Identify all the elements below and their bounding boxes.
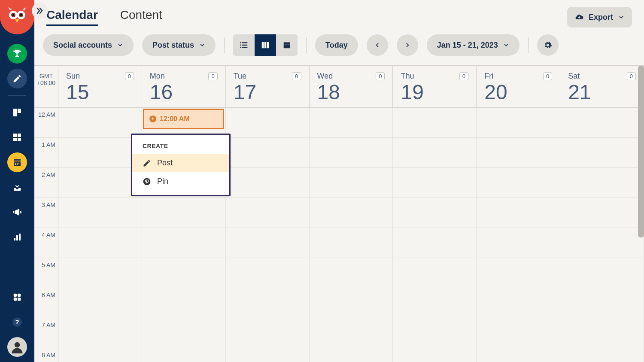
calendar-cell[interactable] bbox=[477, 348, 560, 362]
calendar-cell[interactable] bbox=[310, 228, 393, 258]
calendar-cell[interactable] bbox=[142, 288, 226, 318]
calendar-cell[interactable] bbox=[310, 108, 393, 137]
calendar-cell[interactable] bbox=[477, 228, 560, 258]
sidebar-item-advertise[interactable] bbox=[7, 202, 27, 222]
sidebar-item-planner[interactable] bbox=[7, 152, 27, 172]
calendar-cell[interactable] bbox=[58, 258, 142, 288]
calendar-cell[interactable] bbox=[393, 168, 477, 198]
calendar-cell[interactable] bbox=[58, 198, 142, 228]
calendar-cell[interactable] bbox=[142, 198, 226, 228]
calendar-cell[interactable] bbox=[560, 108, 644, 137]
calendar-cell[interactable] bbox=[393, 318, 477, 348]
calendar-cell[interactable] bbox=[58, 168, 142, 198]
sidebar-item-dashboard[interactable] bbox=[7, 128, 27, 147]
calendar-cell[interactable] bbox=[58, 348, 142, 362]
calendar-cell[interactable] bbox=[393, 138, 477, 167]
sidebar-item-apps[interactable] bbox=[7, 287, 27, 307]
new-post-slot[interactable]: + 12:00 AM bbox=[143, 109, 224, 129]
calendar-cell[interactable] bbox=[226, 108, 310, 137]
tab-calendar[interactable]: Calendar bbox=[46, 8, 98, 26]
social-accounts-label: Social accounts bbox=[53, 41, 112, 50]
view-week-button[interactable] bbox=[255, 34, 276, 56]
calendar-cell[interactable] bbox=[58, 318, 142, 348]
calendar-cell[interactable] bbox=[226, 348, 310, 362]
calendar-cell[interactable] bbox=[58, 108, 142, 137]
calendar-cell[interactable] bbox=[142, 318, 226, 348]
calendar-cell[interactable] bbox=[393, 108, 477, 137]
calendar-cell[interactable] bbox=[560, 138, 644, 167]
calendar-cell[interactable] bbox=[310, 318, 393, 348]
logo[interactable] bbox=[0, 0, 34, 34]
calendar-cell[interactable] bbox=[393, 348, 477, 362]
calendar-cell[interactable] bbox=[142, 258, 226, 288]
sidebar-item-analytics[interactable] bbox=[7, 227, 27, 247]
sidebar-item-profile[interactable] bbox=[7, 337, 27, 357]
create-post-option[interactable]: Post bbox=[132, 154, 229, 172]
calendar-cell[interactable] bbox=[142, 348, 226, 362]
calendar-cell[interactable] bbox=[310, 138, 393, 167]
day-header-tue[interactable]: Tue0 17 bbox=[226, 66, 310, 107]
sidebar-item-streams[interactable] bbox=[7, 103, 27, 122]
calendar-cell[interactable] bbox=[477, 108, 560, 137]
scrollbar[interactable] bbox=[638, 66, 644, 237]
calendar-cell[interactable] bbox=[560, 318, 644, 348]
view-list-button[interactable] bbox=[233, 34, 255, 56]
calendar-cell[interactable] bbox=[560, 228, 644, 258]
calendar-cell[interactable] bbox=[58, 228, 142, 258]
calendar-cell[interactable] bbox=[477, 258, 560, 288]
calendar-cell[interactable] bbox=[560, 168, 644, 198]
day-header-wed[interactable]: Wed0 18 bbox=[310, 66, 393, 107]
calendar-cell[interactable] bbox=[560, 198, 644, 228]
calendar-cell[interactable] bbox=[560, 288, 644, 318]
day-header-mon[interactable]: Mon0 16 bbox=[142, 66, 226, 107]
calendar-cell[interactable] bbox=[393, 288, 477, 318]
calendar-cell[interactable] bbox=[226, 288, 310, 318]
calendar-cell[interactable] bbox=[310, 288, 393, 318]
day-header-sat[interactable]: Sat0 21 bbox=[560, 66, 644, 107]
view-month-button[interactable] bbox=[276, 34, 298, 56]
social-accounts-filter[interactable]: Social accounts bbox=[43, 34, 134, 56]
calendar-cell[interactable] bbox=[310, 348, 393, 362]
post-status-filter[interactable]: Post status bbox=[142, 34, 216, 56]
settings-button[interactable] bbox=[537, 34, 559, 56]
hour-row: 12 AM bbox=[34, 108, 644, 138]
date-range-picker[interactable]: Jan 15 - 21, 2023 bbox=[427, 34, 519, 56]
expand-sidebar-button[interactable] bbox=[32, 3, 48, 19]
day-header-thu[interactable]: Thu0 19 bbox=[393, 66, 477, 107]
calendar-cell[interactable] bbox=[58, 288, 142, 318]
calendar-cell[interactable] bbox=[393, 198, 477, 228]
day-header-sun[interactable]: Sun0 15 bbox=[58, 66, 142, 107]
calendar-cell[interactable] bbox=[560, 348, 644, 362]
calendar-body[interactable]: 12 AM1 AM2 AM3 AM4 AM5 AM6 AM7 AM8 AM bbox=[34, 108, 644, 362]
calendar-cell[interactable] bbox=[310, 198, 393, 228]
calendar-cell[interactable] bbox=[226, 168, 310, 198]
calendar-cell[interactable] bbox=[226, 138, 310, 167]
calendar-cell[interactable] bbox=[142, 228, 226, 258]
sidebar-item-compose[interactable] bbox=[7, 69, 27, 88]
sidebar-item-help[interactable]: ? bbox=[7, 312, 27, 332]
calendar-cell[interactable] bbox=[560, 258, 644, 288]
calendar-cell[interactable] bbox=[477, 138, 560, 167]
calendar-cell[interactable] bbox=[477, 288, 560, 318]
prev-button[interactable] bbox=[367, 34, 388, 56]
calendar-cell[interactable] bbox=[226, 318, 310, 348]
calendar-cell[interactable] bbox=[393, 258, 477, 288]
calendar-cell[interactable] bbox=[477, 168, 560, 198]
calendar-cell[interactable] bbox=[477, 318, 560, 348]
today-button[interactable]: Today bbox=[315, 34, 358, 56]
tab-content[interactable]: Content bbox=[120, 8, 162, 22]
create-pin-option[interactable]: Pin bbox=[132, 172, 229, 191]
calendar-cell[interactable] bbox=[226, 198, 310, 228]
calendar-cell[interactable] bbox=[226, 228, 310, 258]
calendar-cell[interactable] bbox=[58, 138, 142, 167]
calendar-cell[interactable] bbox=[226, 258, 310, 288]
calendar-cell[interactable] bbox=[393, 228, 477, 258]
calendar-cell[interactable] bbox=[477, 198, 560, 228]
sidebar-item-inbox[interactable] bbox=[7, 177, 27, 197]
export-button[interactable]: Export bbox=[567, 7, 632, 27]
calendar-cell[interactable] bbox=[310, 258, 393, 288]
day-header-fri[interactable]: Fri0 20 bbox=[477, 66, 560, 107]
calendar-cell[interactable] bbox=[310, 168, 393, 198]
next-button[interactable] bbox=[397, 34, 418, 56]
sidebar-item-achievements[interactable] bbox=[7, 44, 27, 64]
